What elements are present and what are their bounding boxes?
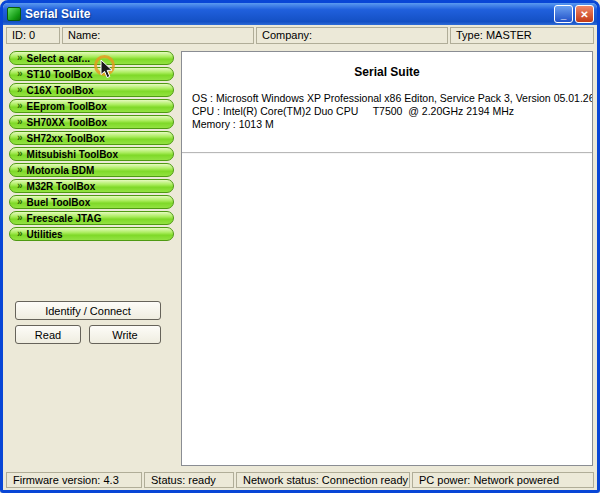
minimize-button[interactable]: _ [554,5,573,23]
system-info-cpu: CPU : Intel(R) Core(TM)2 Duo CPU T7500 @… [192,105,584,117]
sidebar-item-label: SH72xx ToolBox [27,133,105,144]
chevron-icon: » [17,181,23,191]
sidebar-item-label: Freescale JTAG [27,213,102,224]
panel-divider [182,152,592,154]
type-field: Type: MASTER [450,27,594,44]
chevron-icon: » [17,165,23,175]
sidebar-item-label: ST10 ToolBox [27,69,93,80]
sidebar-item-label: Buel ToolBox [27,197,91,208]
serial-suite-window: Serial Suite _ ✕ ID: 0 Name: Company: Ty… [0,0,600,493]
identify-connect-button[interactable]: Identify / Connect [15,301,161,320]
sidebar-item-select-a-car[interactable]: » Select a car... [9,51,174,65]
action-buttons: Identify / Connect Read Write [9,301,177,344]
system-info-os: OS : Microsoft Windows XP Professional x… [192,92,584,104]
sidebar-item-label: C16X ToolBox [27,85,94,96]
pc-power-status: PC power: Network powered [412,472,594,488]
app-icon [7,7,21,21]
sidebar-item-mitsubishi-toolbox[interactable]: » Mitsubishi ToolBox [9,147,174,161]
chevron-icon: » [17,85,23,95]
ready-status: Status: ready [144,472,234,488]
close-button[interactable]: ✕ [575,5,594,23]
name-field: Name: [62,27,254,44]
info-bar: ID: 0 Name: Company: Type: MASTER [3,25,597,45]
sidebar: » Select a car... » ST10 ToolBox » C16X … [9,51,177,466]
sidebar-item-label: SH70XX ToolBox [27,117,107,128]
sidebar-item-utilities[interactable]: » Utilities [9,227,174,241]
chevron-icon: » [17,117,23,127]
sidebar-item-label: Motorola BDM [27,165,95,176]
sidebar-item-motorola-bdm[interactable]: » Motorola BDM [9,163,174,177]
firmware-version-status: Firmware version: 4.3 [6,472,142,488]
chevron-icon: » [17,213,23,223]
chevron-icon: » [17,229,23,239]
sidebar-item-sh70xx-toolbox[interactable]: » SH70XX ToolBox [9,115,174,129]
chevron-icon: » [17,149,23,159]
sidebar-item-freescale-jtag[interactable]: » Freescale JTAG [9,211,174,225]
sidebar-item-label: M32R ToolBox [27,181,96,192]
window-title: Serial Suite [25,7,550,21]
title-bar[interactable]: Serial Suite _ ✕ [3,3,597,25]
sidebar-item-m32r-toolbox[interactable]: » M32R ToolBox [9,179,174,193]
chevron-icon: » [17,101,23,111]
chevron-icon: » [17,53,23,63]
content-area: » Select a car... » ST10 ToolBox » C16X … [3,45,597,470]
sidebar-item-c16x-toolbox[interactable]: » C16X ToolBox [9,83,174,97]
chevron-icon: » [17,197,23,207]
sidebar-item-eeprom-toolbox[interactable]: » EEprom ToolBox [9,99,174,113]
window-controls: _ ✕ [554,5,594,23]
main-panel-title: Serial Suite [182,65,592,79]
status-bar: Firmware version: 4.3 Status: ready Netw… [3,470,597,490]
sidebar-item-buel-toolbox[interactable]: » Buel ToolBox [9,195,174,209]
read-button[interactable]: Read [15,325,81,344]
sidebar-item-label: EEprom ToolBox [27,101,107,112]
chevron-icon: » [17,133,23,143]
sidebar-item-label: Select a car... [27,53,90,64]
company-field: Company: [256,27,448,44]
sidebar-item-st10-toolbox[interactable]: » ST10 ToolBox [9,67,174,81]
chevron-icon: » [17,69,23,79]
sidebar-item-label: Utilities [27,229,63,240]
sidebar-item-sh72xx-toolbox[interactable]: » SH72xx ToolBox [9,131,174,145]
write-button[interactable]: Write [89,325,161,344]
system-info-memory: Memory : 1013 M [192,118,584,130]
main-panel: Serial Suite OS : Microsoft Windows XP P… [181,51,593,466]
sidebar-item-label: Mitsubishi ToolBox [27,149,118,160]
id-field: ID: 0 [6,27,60,44]
network-status: Network status: Connection ready [236,472,410,488]
read-write-row: Read Write [15,325,161,344]
